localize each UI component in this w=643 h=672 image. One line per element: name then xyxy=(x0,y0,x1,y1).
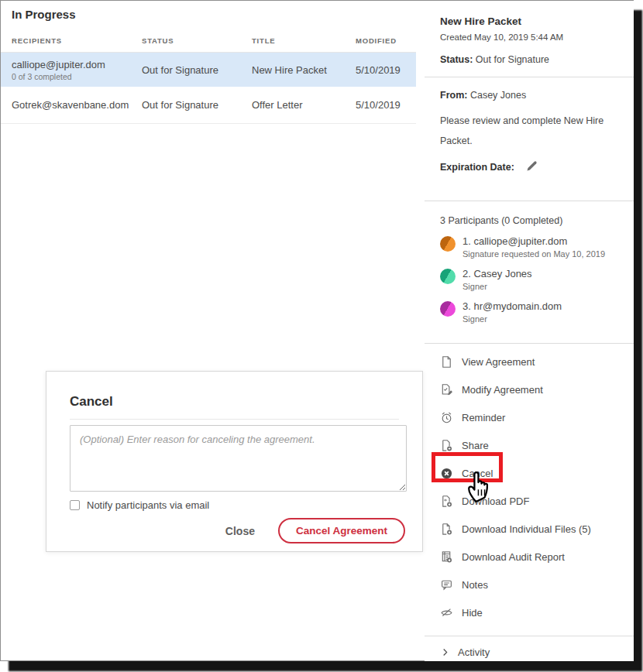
share-action[interactable]: Share xyxy=(440,431,634,459)
participants-section: 3 Participants (0 Completed) 1. calliope… xyxy=(425,201,634,324)
notes-action[interactable]: Notes xyxy=(440,571,634,598)
participant-item: 2. Casey Jones Signer xyxy=(440,268,620,291)
download-pdf-action[interactable]: Download PDF xyxy=(440,487,634,515)
agreement-title: New Hire Packet xyxy=(440,1,620,27)
reminder-clock-icon xyxy=(440,411,453,424)
notify-checkbox-label: Notify participants via email xyxy=(87,499,209,511)
participant-item: 3. hr@mydomain.dom Signer xyxy=(440,300,620,324)
cancel-action[interactable]: Cancel xyxy=(440,459,634,487)
cancel-reason-input[interactable] xyxy=(70,425,407,492)
participants-header: 3 Participants (0 Completed) xyxy=(440,201,620,226)
column-recipients[interactable]: RECIPIENTS xyxy=(12,36,142,45)
dialog-divider xyxy=(70,419,399,420)
from-label: From: xyxy=(440,90,467,101)
download-audit-icon xyxy=(440,550,453,564)
status-label: Status: xyxy=(440,54,473,65)
share-document-icon xyxy=(440,439,453,452)
participant-avatar xyxy=(440,301,456,317)
close-button[interactable]: Close xyxy=(225,525,255,537)
cancel-agreement-button[interactable]: Cancel Agreement xyxy=(278,518,405,543)
divider xyxy=(425,77,634,77)
participant-sub: Signer xyxy=(462,282,532,291)
page-title: In Progress xyxy=(12,8,416,21)
agreement-created: Created May 10, 2019 5:44 AM xyxy=(440,33,620,42)
recipient-progress: 0 of 3 completed xyxy=(12,72,142,81)
chevron-right-icon xyxy=(440,647,450,657)
expiration-label: Expiration Date: xyxy=(440,162,514,173)
status-value: Out for Signature xyxy=(476,54,549,65)
agreement-from: From: Casey Jones xyxy=(440,90,620,101)
column-modified[interactable]: MODIFIED xyxy=(356,36,416,45)
participant-avatar xyxy=(440,269,456,284)
modified-cell: 5/10/2019 xyxy=(356,64,416,76)
download-files-icon xyxy=(440,523,453,536)
status-cell: Out for Signature xyxy=(142,64,252,76)
agreement-summary: New Hire Packet Created May 10, 2019 5:4… xyxy=(425,1,634,65)
participant-name: 3. hr@mydomain.dom xyxy=(462,300,562,312)
dialog-buttons: Close Cancel Agreement xyxy=(70,518,405,543)
cancel-dialog: Cancel Notify participants via email Clo… xyxy=(46,371,423,552)
recipient-cell: Gotrek@skavenbane.dom xyxy=(12,99,142,111)
from-value: Casey Jones xyxy=(470,90,526,101)
action-menu: View Agreement Modify Agreement Reminder xyxy=(425,344,634,626)
status-cell: Out for Signature xyxy=(142,99,252,111)
column-status[interactable]: STATUS xyxy=(142,36,252,45)
table-row-selected[interactable]: calliope@jupiter.dom 0 of 3 completed Ou… xyxy=(1,53,416,87)
notify-checkbox[interactable] xyxy=(70,500,80,510)
agreement-message-section: From: Casey Jones Please review and comp… xyxy=(425,90,634,176)
download-individual-files-action[interactable]: Download Individual Files (5) xyxy=(440,515,634,543)
download-pdf-icon xyxy=(440,495,453,508)
expiration-row: Expiration Date: xyxy=(440,159,620,176)
view-agreement-icon xyxy=(440,355,453,369)
app-window: In Progress RECIPIENTS STATUS TITLE MODI… xyxy=(0,0,634,661)
recipient-email: calliope@jupiter.dom xyxy=(12,59,142,70)
agreement-list: In Progress RECIPIENTS STATUS TITLE MODI… xyxy=(1,1,416,124)
participant-name: 2. Casey Jones xyxy=(462,268,532,279)
modify-agreement-icon xyxy=(440,383,453,396)
agreement-status: Status: Out for Signature xyxy=(440,54,620,65)
notify-checkbox-row[interactable]: Notify participants via email xyxy=(70,499,405,511)
notes-bubble-icon xyxy=(440,578,453,591)
participant-name: 1. calliope@jupiter.dom xyxy=(462,235,605,247)
table-row[interactable]: Gotrek@skavenbane.dom Out for Signature … xyxy=(1,87,416,124)
hide-action[interactable]: Hide xyxy=(440,598,634,626)
download-audit-report-action[interactable]: Download Audit Report xyxy=(440,543,634,571)
participant-sub: Signature requested on May 10, 2019 xyxy=(462,249,605,259)
modified-cell: 5/10/2019 xyxy=(356,99,416,111)
agreement-message: Please review and complete New Hire Pack… xyxy=(440,111,618,151)
recipient-cell: calliope@jupiter.dom 0 of 3 completed xyxy=(12,59,142,81)
participant-item: 1. calliope@jupiter.dom Signature reques… xyxy=(440,235,620,259)
view-agreement-action[interactable]: View Agreement xyxy=(440,348,634,375)
participant-avatar xyxy=(440,236,456,252)
activity-toggle[interactable]: Activity xyxy=(425,636,634,658)
dialog-title: Cancel xyxy=(70,394,405,410)
title-cell: New Hire Packet xyxy=(252,64,356,76)
table-header: RECIPIENTS STATUS TITLE MODIFIED xyxy=(1,36,416,53)
hide-eye-icon xyxy=(440,606,453,619)
cancel-circle-x-icon xyxy=(440,467,453,480)
participant-sub: Signer xyxy=(462,314,562,324)
column-title[interactable]: TITLE xyxy=(252,36,356,45)
title-cell: Offer Letter xyxy=(252,99,356,111)
modify-agreement-action[interactable]: Modify Agreement xyxy=(440,375,634,403)
reminder-action[interactable]: Reminder xyxy=(440,403,634,431)
pencil-icon[interactable] xyxy=(525,159,539,176)
detail-rail: New Hire Packet Created May 10, 2019 5:4… xyxy=(425,1,634,661)
